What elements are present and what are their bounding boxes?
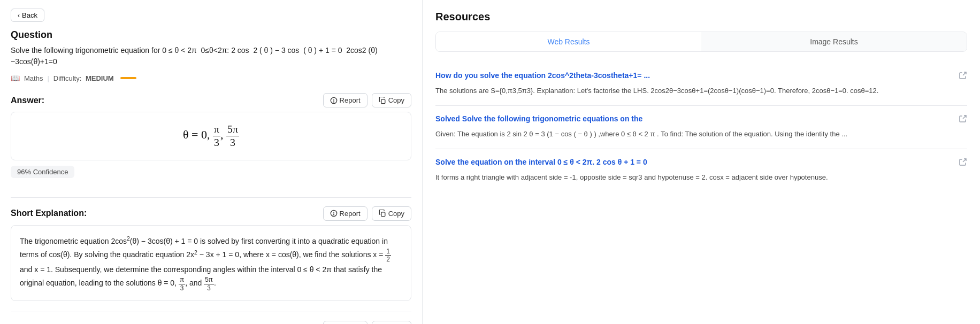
answer-header: Answer: Report Copy [11, 93, 411, 107]
resource-header-3: Solve the equation on the interval 0 ≤ θ… [435, 158, 967, 168]
question-section: Question Solve the following trigonometr… [11, 29, 411, 82]
report-icon-2 [330, 210, 338, 217]
question-text: Solve the following trigonometric equati… [11, 45, 411, 67]
divider-1 [11, 197, 411, 198]
tab-image-results[interactable]: Image Results [701, 32, 967, 51]
resources-tabs: Web Results Image Results [435, 32, 967, 52]
inline-fraction-5pi3: 5π3 [204, 276, 214, 292]
long-explanation-header: Long Explanation › Report Copy [11, 321, 411, 324]
difficulty-label: Difficulty: MEDIUM [53, 74, 114, 82]
long-explanation-copy-button[interactable]: Copy [372, 321, 411, 324]
resource-card-3: Solve the equation on the interval 0 ≤ θ… [435, 149, 967, 192]
copy-icon-2 [379, 210, 386, 217]
external-link-icon-1[interactable] [959, 71, 967, 81]
resource-title-2[interactable]: Solved Solve the following trigonometric… [435, 114, 642, 123]
left-panel: ‹ Back Question Solve the following trig… [0, 0, 423, 324]
meta-row: 📖 Maths | Difficulty: MEDIUM [11, 74, 411, 82]
external-link-icon-3[interactable] [959, 158, 967, 168]
answer-report-button[interactable]: Report [323, 93, 368, 107]
svg-rect-3 [381, 99, 385, 103]
divider-2 [11, 312, 411, 312]
difficulty-value: MEDIUM [86, 74, 114, 82]
short-explanation-title: Short Explanation: [11, 209, 87, 218]
resource-title-1[interactable]: How do you solve the equation 2cos^2thet… [435, 71, 650, 80]
short-explanation-report-button[interactable]: Report [323, 206, 368, 221]
long-explanation-report-button[interactable]: Report [323, 321, 368, 324]
long-explanation-actions: Report Copy [323, 321, 411, 324]
resource-header-2: Solved Solve the following trigonometric… [435, 114, 967, 125]
short-explanation-header: Short Explanation: Report Copy [11, 206, 411, 221]
short-explanation-section: Short Explanation: Report Copy The trigo… [11, 206, 411, 301]
svg-line-12 [963, 72, 966, 75]
short-explanation-text: The trigonometric equation 2cos2(θ) − 3c… [11, 225, 411, 301]
short-explanation-copy-button[interactable]: Copy [372, 206, 411, 221]
fraction-5pi-3: 5π 3 [226, 123, 239, 149]
resource-text-1: The solutions are S={0,π3,5π3}. Explanat… [435, 86, 967, 97]
resource-text-3: It forms a right triangle with adjacent … [435, 172, 967, 183]
back-button[interactable]: ‹ Back [11, 9, 44, 22]
svg-point-2 [333, 102, 334, 102]
right-panel: Resources Web Results Image Results How … [423, 0, 980, 324]
subject-label: Maths [24, 74, 43, 82]
answer-box: θ = 0, π 3 , 5π 3 [11, 112, 411, 160]
answer-formula: θ = 0, π 3 , 5π 3 [22, 123, 400, 149]
meta-divider: | [47, 74, 49, 82]
inline-fraction-half: 12 [385, 248, 391, 264]
short-explanation-actions: Report Copy [323, 206, 411, 221]
copy-icon [379, 97, 386, 104]
report-icon [330, 97, 338, 104]
question-title: Question [11, 29, 411, 41]
svg-point-6 [333, 214, 334, 215]
answer-title: Answer: [11, 96, 44, 105]
answer-actions: Report Copy [323, 93, 411, 107]
external-link-icon-2[interactable] [959, 114, 967, 125]
resource-title-3[interactable]: Solve the equation on the interval 0 ≤ θ… [435, 158, 647, 166]
fraction-pi-3: π 3 [213, 123, 220, 149]
back-arrow-icon: ‹ [18, 12, 20, 19]
long-explanation-section: Long Explanation › Report Copy [11, 321, 411, 324]
svg-rect-7 [381, 212, 385, 217]
resource-header-1: How do you solve the equation 2cos^2thet… [435, 71, 967, 81]
resources-title: Resources [435, 11, 967, 23]
resource-card-1: How do you solve the equation 2cos^2thet… [435, 63, 967, 106]
tab-web-results[interactable]: Web Results [436, 32, 701, 51]
answer-section: Answer: Report Copy θ = 0, π 3 , [11, 93, 411, 187]
difficulty-bar [120, 77, 136, 79]
resource-card-2: Solved Solve the following trigonometric… [435, 106, 967, 149]
answer-copy-button[interactable]: Copy [372, 93, 411, 107]
inline-fraction-pi3: π3 [179, 276, 185, 292]
svg-line-14 [963, 159, 966, 162]
back-label: Back [22, 11, 37, 19]
svg-line-13 [963, 115, 966, 119]
book-icon: 📖 [11, 74, 20, 82]
confidence-badge: 96% Confidence [11, 166, 74, 178]
resource-text-2: Given: The equation is 2 sin 2 θ = 3 (1 … [435, 129, 967, 140]
